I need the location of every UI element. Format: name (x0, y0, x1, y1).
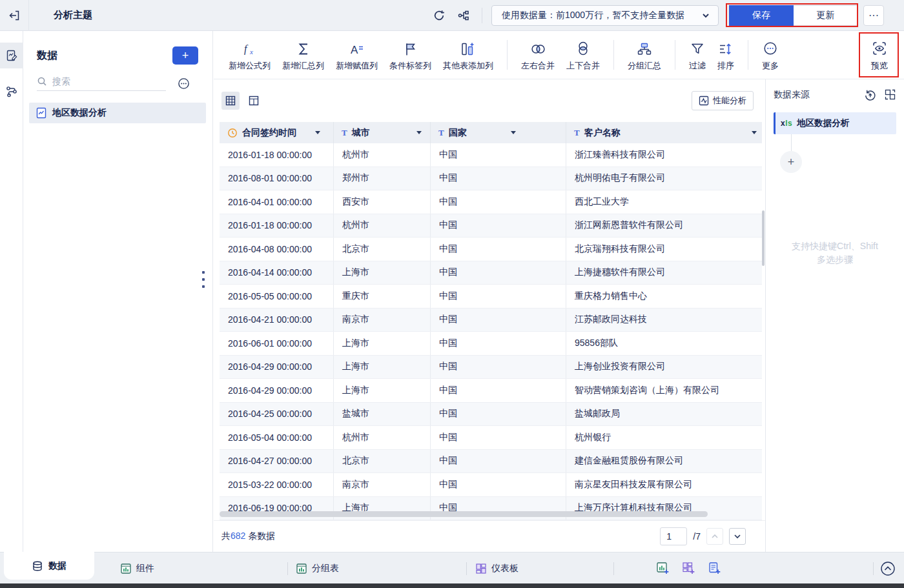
column-header-country[interactable]: T 国家 (431, 122, 566, 143)
tool-group-summary[interactable]: 分组汇总 (622, 39, 667, 72)
swap-layout-button[interactable] (884, 88, 896, 101)
add-report-button[interactable] (708, 553, 721, 584)
tool-condition-tag-column[interactable]: 条件标签列 (384, 39, 437, 72)
tool-sort[interactable]: 排序 (712, 39, 740, 72)
source-step-item[interactable]: xls 地区数据分析 (774, 112, 896, 134)
more-options-button[interactable]: ··· (863, 5, 884, 26)
table-cell: 上海捷穗软件有限公司 (566, 261, 762, 285)
tool-formula-column[interactable]: fx 新增公式列 (223, 39, 276, 72)
table-cell: 浙江臻善科技有限公司 (566, 143, 762, 167)
search-input[interactable] (52, 76, 156, 86)
horizontal-scrollbar[interactable] (220, 511, 708, 517)
data-volume-dropdown[interactable]: 使用数据量：前1000万行，暂不支持全量数据 (491, 5, 719, 26)
tool-add-column-from-table[interactable]: 其他表添加列 (437, 39, 499, 72)
table-row[interactable]: 2016-04-14 00:00:00上海市中国上海捷穗软件有限公司 (220, 261, 762, 285)
table-row[interactable]: 2016-08-01 00:00:00郑州市中国杭州明佑电子有限公司 (220, 167, 762, 191)
add-chart-icon (656, 562, 670, 575)
column-header-customer[interactable]: T 客户名称 (566, 122, 762, 143)
previous-page-button[interactable] (706, 528, 723, 545)
refresh-button[interactable] (430, 6, 448, 25)
table-cell: 郑州市 (334, 167, 431, 190)
column-header-city[interactable]: T 城市 (334, 122, 431, 143)
search-box[interactable] (37, 76, 166, 91)
table-cell: 中国 (431, 450, 566, 473)
table-cell: 上海市 (334, 379, 431, 402)
table-cell: 中国 (431, 309, 566, 332)
add-dataset-button[interactable]: + (172, 46, 198, 65)
add-component-button[interactable] (656, 553, 670, 584)
table-cell: 江苏邮政同达科技 (566, 309, 762, 332)
tab-group-table[interactable]: 分组表 (296, 553, 339, 584)
table-cell: 智动营销策划咨询（上海）有限公司 (566, 379, 762, 402)
table-row[interactable]: 2016-04-21 00:00:00南京市中国江苏邮政同达科技 (220, 309, 762, 332)
table-cell: 2016-04-14 00:00:00 (220, 261, 334, 285)
tool-join-horizontal[interactable]: 左右合并 (515, 39, 560, 72)
grid-view-toggle[interactable] (221, 92, 240, 110)
ellipsis-circle-icon (178, 77, 190, 90)
table-cell: 2015-03-22 00:00:00 (220, 473, 334, 496)
rail-edit-analysis-button[interactable] (0, 43, 23, 68)
source-step-label: 地区数据分析 (797, 117, 849, 129)
tool-filter[interactable]: 过滤 (683, 39, 712, 72)
table-row[interactable]: 2016-04-29 00:00:00上海市中国上海创业投资有限公司 (220, 356, 762, 380)
column-header-contract-date[interactable]: 合同签约时间 (220, 122, 334, 143)
table-cell: 建信金融租赁股份有限公司 (566, 450, 762, 473)
table-row[interactable]: 2016-06-01 00:00:00上海市中国95856部队 (220, 332, 762, 356)
performance-analysis-label: 性能分析 (713, 95, 746, 106)
table-row[interactable]: 2015-03-22 00:00:00南京市中国南京星友田科技发展有限公司 (220, 473, 762, 497)
column-menu-caret[interactable] (315, 131, 320, 134)
search-more-button[interactable] (178, 77, 190, 90)
layout-view-toggle[interactable] (245, 92, 263, 110)
table-row[interactable]: 2016-04-25 00:00:00盐城市中国盐城邮政局 (220, 403, 762, 427)
rail-flow-steps-button[interactable] (0, 79, 23, 105)
tab-dashboard[interactable]: 仪表板 (475, 553, 519, 584)
panel-resize-handle[interactable] (202, 271, 205, 288)
save-button[interactable]: 保存 (729, 5, 794, 26)
performance-pulse-icon (699, 96, 709, 106)
tool-more[interactable]: 更多 (756, 39, 785, 72)
add-dashboard-button[interactable] (682, 553, 695, 584)
tab-data[interactable]: 数据 (4, 552, 94, 580)
step-history-button[interactable] (864, 88, 876, 101)
table-row[interactable]: 2016-05-05 00:00:00重庆市中国重庆格力销售中心 (220, 285, 762, 309)
add-step-button[interactable]: + (780, 151, 802, 173)
next-page-button[interactable] (729, 528, 746, 545)
toolbar-divider (507, 40, 508, 70)
sigma-icon (295, 39, 312, 57)
table-row[interactable]: 2016-01-18 00:00:00杭州市中国浙江网新恩普软件有限公司 (220, 214, 762, 238)
tool-summary-column[interactable]: 新增汇总列 (276, 39, 330, 72)
table-row[interactable]: 2016-05-04 00:00:00杭州市中国杭州银行 (220, 426, 762, 450)
performance-analysis-button[interactable]: 性能分析 (692, 91, 754, 110)
content-body: 性能分析 合同签约时间 T 城市 (214, 79, 904, 552)
flow-switch-button[interactable] (455, 6, 473, 25)
window-bottom-strip (0, 583, 904, 588)
svg-text:f: f (244, 43, 249, 55)
layout-view-icon (248, 95, 260, 106)
collapse-panel-button[interactable] (879, 553, 896, 584)
tool-union-vertical[interactable]: 上下合并 (560, 39, 606, 72)
table-row[interactable]: 2016-01-18 00:00:00杭州市中国浙江臻善科技有限公司 (220, 143, 762, 167)
table-row[interactable]: 2016-04-08 00:00:00北京市中国北京瑞翔科技有限公司 (220, 238, 762, 261)
table-cell: 中国 (431, 332, 566, 355)
toolbar-divider (675, 40, 675, 70)
table-cell: 杭州市 (334, 143, 431, 167)
tool-preview[interactable]: 预览 (865, 39, 894, 72)
dataset-list-item[interactable]: 地区数据分析 (29, 103, 206, 123)
table-header: 合同签约时间 T 城市 T 国家 (220, 122, 762, 143)
table-row[interactable]: 2016-04-27 00:00:00北京市中国建信金融租赁股份有限公司 (220, 450, 762, 474)
column-menu-caret[interactable] (416, 131, 422, 134)
table-row[interactable]: 2016-04-01 00:00:00西安市中国西北工业大学 (220, 190, 762, 214)
table-row[interactable]: 2016-04-29 00:00:00上海市中国智动营销策划咨询（上海）有限公司 (220, 379, 762, 403)
column-menu-caret[interactable] (752, 131, 757, 134)
table-workspace: 性能分析 合同签约时间 T 城市 (214, 79, 765, 552)
table-cell: 上海市 (334, 356, 431, 379)
page-number-input[interactable] (660, 527, 687, 545)
table-cell: 2016-06-01 00:00:00 (220, 332, 334, 355)
table-cell: 南京市 (334, 473, 431, 496)
exit-button[interactable] (0, 0, 29, 31)
tab-component[interactable]: 组件 (120, 553, 154, 584)
update-button[interactable]: 更新 (794, 5, 858, 26)
column-menu-caret[interactable] (511, 131, 516, 134)
vertical-scrollbar[interactable] (762, 210, 765, 266)
tool-assign-column[interactable]: A 新增赋值列 (330, 39, 384, 72)
